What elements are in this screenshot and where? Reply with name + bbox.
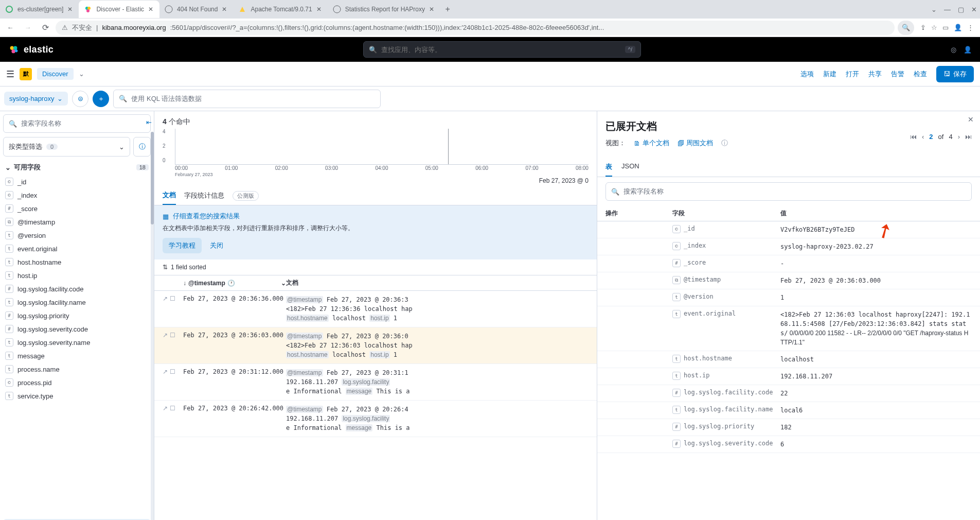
row-actions[interactable] xyxy=(605,276,672,285)
browser-tab[interactable]: es-cluster[green] ✕ xyxy=(0,1,79,18)
share-link[interactable]: 共享 xyxy=(868,70,882,79)
expand-icon[interactable]: ↗ xyxy=(163,295,168,302)
maximize-icon[interactable]: ▢ xyxy=(958,6,964,13)
tab-table[interactable]: 表 xyxy=(605,158,612,177)
histogram-chart[interactable]: 4 2 0 00:0001:0002:0003:0004:0005:0006:0… xyxy=(154,129,597,175)
field-item[interactable]: tevent.original xyxy=(3,242,151,255)
flyout-row[interactable]: ⧉@timestampFeb 27, 2023 @ 20:36:03.000 xyxy=(597,272,980,289)
row-actions[interactable] xyxy=(605,406,672,415)
field-search[interactable]: 🔍 搜索字段名称 xyxy=(3,114,151,133)
row-actions[interactable] xyxy=(605,355,672,364)
flyout-row[interactable]: tlog.syslog.facility.namelocal6 xyxy=(597,402,980,419)
chevron-down-icon[interactable]: ⌄ xyxy=(79,70,84,78)
table-row[interactable]: ↗☐Feb 27, 2023 @ 20:36:03.000@timestamp … xyxy=(154,327,597,364)
field-item[interactable]: #log.syslog.severity.code xyxy=(3,322,151,336)
new-tab-button[interactable]: + xyxy=(440,5,455,14)
sort-bar[interactable]: ⇅1 field sorted xyxy=(154,259,597,275)
table-row[interactable]: ↗☐Feb 27, 2023 @ 20:36:36.000@timestamp … xyxy=(154,291,597,327)
menu-icon[interactable]: ⋮ xyxy=(967,24,974,31)
flyout-row[interactable]: t@version1 xyxy=(597,289,980,306)
prev-page-icon[interactable]: ‹ xyxy=(922,133,924,141)
bookmark-icon[interactable]: ☆ xyxy=(931,24,937,31)
flyout-row[interactable]: ©_idV2vfkoYB26BTzy9TeJED xyxy=(597,221,980,238)
field-item[interactable]: ©process.pid xyxy=(3,376,151,389)
close-icon[interactable]: ✕ xyxy=(429,6,435,13)
back-button[interactable]: ← xyxy=(3,21,17,35)
header-search[interactable]: 🔍 ^/ xyxy=(363,41,641,58)
browser-tab[interactable]: Statistics Report for HAProxy ✕ xyxy=(328,1,440,18)
forward-button[interactable]: → xyxy=(21,21,35,35)
row-actions[interactable] xyxy=(605,293,672,302)
field-item[interactable]: #log.syslog.priority xyxy=(3,309,151,322)
close-icon[interactable]: ✕ xyxy=(67,6,74,13)
field-item[interactable]: #log.syslog.facility.code xyxy=(3,282,151,296)
field-item[interactable]: tservice.type xyxy=(3,389,151,403)
flyout-row[interactable]: #log.syslog.severity.code6 xyxy=(597,436,980,453)
share-icon[interactable]: ⇪ xyxy=(920,24,926,31)
row-actions[interactable] xyxy=(605,310,672,347)
field-item[interactable]: tmessage xyxy=(3,349,151,362)
expand-icon[interactable]: ↗ xyxy=(163,405,168,412)
search-icon[interactable]: 🔍 xyxy=(898,21,914,35)
table-row[interactable]: ↗☐Feb 27, 2023 @ 20:26:42.000@timestamp … xyxy=(154,401,597,437)
checkbox[interactable]: ☐ xyxy=(170,368,175,375)
flyout-row[interactable]: thost.hostnamelocalhost xyxy=(597,351,980,368)
scrollbar-thumb[interactable] xyxy=(151,132,154,224)
expand-icon[interactable]: ↗ xyxy=(163,332,168,339)
first-page-icon[interactable]: ⏮ xyxy=(910,133,917,141)
reload-button[interactable]: ⟳ xyxy=(38,21,52,35)
row-actions[interactable] xyxy=(605,423,672,432)
alerts-link[interactable]: 告警 xyxy=(891,70,904,79)
collapse-sidebar-icon[interactable]: ⇤ xyxy=(146,118,152,126)
row-actions[interactable] xyxy=(605,225,672,234)
close-icon[interactable]: ✕ xyxy=(316,6,323,13)
flyout-row[interactable]: #_score- xyxy=(597,255,980,272)
browser-tab-active[interactable]: Discover - Elastic ✕ xyxy=(79,1,159,18)
single-doc-link[interactable]: 🗎单个文档 xyxy=(634,138,669,148)
field-item[interactable]: ©_index xyxy=(3,188,151,202)
app-breadcrumb[interactable]: Discover xyxy=(37,68,74,80)
close-callout-link[interactable]: 关闭 xyxy=(210,241,223,250)
tab-documents[interactable]: 文档 xyxy=(163,186,176,205)
browser-tab[interactable]: Apache Tomcat/9.0.71 ✕ xyxy=(233,1,327,18)
field-item[interactable]: ⧉@timestamp xyxy=(3,215,151,229)
url-input[interactable]: ⚠ 不安全 | kibana.mooreyxia.org:5601/app/di… xyxy=(56,21,895,35)
browser-tab[interactable]: 404 Not Found ✕ xyxy=(159,1,233,18)
row-actions[interactable] xyxy=(605,440,672,449)
flyout-row[interactable]: #log.syslog.facility.code22 xyxy=(597,385,980,402)
filter-button[interactable]: ⊜ xyxy=(72,91,88,107)
close-icon[interactable]: ✕ xyxy=(222,6,228,13)
tab-json[interactable]: JSON xyxy=(621,158,639,177)
row-actions[interactable] xyxy=(605,259,672,268)
close-flyout-icon[interactable]: ✕ xyxy=(968,115,974,124)
table-row[interactable]: ↗☐Feb 27, 2023 @ 20:31:12.000@timestamp … xyxy=(154,364,597,401)
field-item[interactable]: t@version xyxy=(3,229,151,242)
checkbox[interactable]: ☐ xyxy=(170,295,175,302)
column-document[interactable]: 文档 xyxy=(286,279,589,287)
minimize-icon[interactable]: — xyxy=(944,6,951,13)
info-icon[interactable]: ⓘ xyxy=(721,138,728,148)
dataview-selector[interactable]: syslog-haproxy⌄ xyxy=(4,92,68,106)
field-item[interactable]: tlog.syslog.severity.name xyxy=(3,336,151,349)
flyout-field-search[interactable]: 🔍 搜索字段名称 xyxy=(605,182,972,201)
row-actions[interactable] xyxy=(605,389,672,398)
field-item[interactable]: thost.ip xyxy=(3,269,151,282)
query-input[interactable]: 🔍 使用 KQL 语法筛选数据 xyxy=(113,90,381,108)
help-icon[interactable]: ◎ xyxy=(951,46,956,54)
checkbox[interactable]: ☐ xyxy=(170,332,175,339)
add-filter-button[interactable]: ＋ xyxy=(93,91,109,107)
row-actions[interactable] xyxy=(605,372,672,381)
options-link[interactable]: 选项 xyxy=(800,70,814,79)
learn-button[interactable]: 学习教程 xyxy=(163,238,202,253)
header-search-input[interactable] xyxy=(381,46,621,54)
inspect-link[interactable]: 检查 xyxy=(914,70,927,79)
brand-logo[interactable]: elastic xyxy=(8,44,54,55)
user-icon[interactable]: 👤 xyxy=(964,46,972,54)
field-item[interactable]: tprocess.name xyxy=(3,362,151,376)
next-page-icon[interactable]: › xyxy=(958,133,960,141)
reader-icon[interactable]: ▭ xyxy=(942,24,949,31)
new-link[interactable]: 新建 xyxy=(823,70,836,79)
available-fields-section[interactable]: ⌄可用字段 18 xyxy=(3,160,151,175)
info-button[interactable]: ⓘ xyxy=(133,137,151,157)
flyout-row[interactable]: tevent.original<182>Feb 27 12:36:03 loca… xyxy=(597,306,980,351)
